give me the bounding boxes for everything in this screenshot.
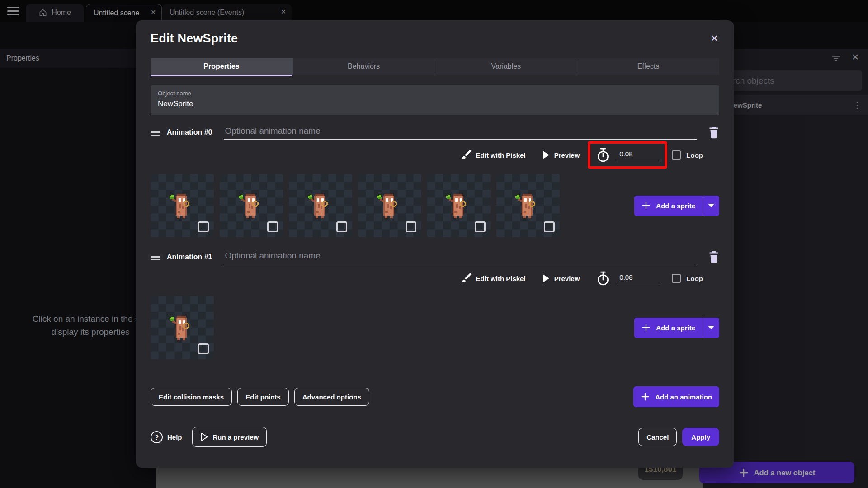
animation-title: Animation #0: [167, 128, 212, 136]
dialog-tab-bar: Properties Behaviors Variables Effects: [151, 58, 719, 75]
edit-with-piskel-button[interactable]: Edit with Piskel: [476, 275, 526, 282]
sprite-thumbnail: [235, 192, 264, 219]
tab-variables[interactable]: Variables: [435, 58, 577, 75]
object-name-label: Object name: [158, 90, 712, 97]
frame-select-checkbox[interactable]: [267, 221, 278, 232]
animation-section-0: Animation #0 Edit with Piskel Preview: [151, 124, 719, 237]
play-icon: [542, 150, 550, 160]
chevron-down-icon: [708, 326, 714, 329]
frame-select-checkbox[interactable]: [198, 221, 209, 232]
time-between-frames-input[interactable]: [618, 273, 659, 283]
animation-name-field: [224, 126, 697, 140]
dialog-title: Edit NewSprite: [151, 20, 719, 46]
time-between-frames-highlight: [588, 141, 667, 169]
stopwatch-icon: [596, 147, 610, 163]
frame-select-checkbox[interactable]: [475, 221, 486, 232]
sprite-frame-tile[interactable]: [151, 174, 214, 237]
sprite-frame-tile[interactable]: [289, 174, 352, 237]
add-sprite-menu-button[interactable]: [703, 326, 719, 329]
plus-icon: [642, 201, 651, 210]
sprite-thumbnail: [166, 192, 195, 219]
time-between-frames-input[interactable]: [618, 150, 659, 160]
apply-button[interactable]: Apply: [682, 428, 719, 446]
animation-section-1: Animation #1 Edit with Piskel Preview: [151, 249, 719, 359]
edit-object-dialog: Edit NewSprite ✕ Properties Behaviors Va…: [136, 20, 734, 468]
sprite-frame-tile[interactable]: [496, 174, 560, 237]
drag-handle-icon[interactable]: [151, 130, 160, 136]
tab-behaviors[interactable]: Behaviors: [292, 58, 435, 75]
frame-select-checkbox[interactable]: [544, 221, 555, 232]
tab-effects[interactable]: Effects: [577, 58, 719, 75]
sprite-frame-tile[interactable]: [427, 174, 491, 237]
plus-icon: [641, 392, 650, 401]
frame-select-checkbox[interactable]: [198, 343, 209, 354]
animation-name-input[interactable]: [224, 251, 697, 264]
preview-button[interactable]: Preview: [554, 151, 580, 159]
animation-name-field: [224, 251, 697, 264]
brush-icon: [461, 150, 472, 160]
frame-select-checkbox[interactable]: [406, 221, 416, 232]
loop-checkbox[interactable]: [672, 274, 681, 283]
edit-points-button[interactable]: Edit points: [237, 388, 289, 406]
brush-icon: [461, 273, 472, 284]
advanced-options-button[interactable]: Advanced options: [294, 388, 369, 406]
tab-properties[interactable]: Properties: [151, 58, 292, 75]
help-icon[interactable]: ?: [151, 431, 163, 443]
object-name-field[interactable]: Object name NewSprite: [151, 85, 719, 115]
frame-select-checkbox[interactable]: [336, 221, 347, 232]
object-name-value: NewSprite: [158, 99, 712, 108]
sprite-thumbnail: [373, 192, 402, 219]
drag-handle-icon[interactable]: [151, 254, 160, 260]
delete-animation-icon[interactable]: [708, 251, 719, 263]
loop-label: Loop: [686, 151, 703, 159]
animation-name-input[interactable]: [224, 126, 697, 139]
gdevelop-app: Home Untitled scene ✕ Untitled scene (Ev…: [0, 0, 868, 488]
stopwatch-icon: [596, 271, 610, 286]
close-dialog-icon[interactable]: ✕: [710, 33, 718, 44]
loop-checkbox[interactable]: [672, 150, 681, 160]
sprite-thumbnail: [512, 192, 541, 219]
run-a-preview-button[interactable]: Run a preview: [192, 427, 267, 447]
sprite-thumbnail: [304, 192, 333, 219]
add-a-sprite-button[interactable]: Add a sprite: [634, 318, 719, 338]
add-sprite-menu-button[interactable]: [703, 204, 719, 207]
add-an-animation-button[interactable]: Add an animation: [633, 386, 719, 407]
delete-animation-icon[interactable]: [708, 126, 719, 139]
plus-icon: [642, 323, 651, 332]
edit-collision-masks-button[interactable]: Edit collision masks: [151, 388, 232, 406]
play-outline-icon: [200, 432, 208, 441]
animation-title: Animation #1: [167, 253, 212, 261]
sprite-thumbnail: [166, 314, 195, 341]
edit-with-piskel-button[interactable]: Edit with Piskel: [476, 151, 526, 159]
frames-list: [151, 174, 560, 237]
sprite-frame-tile[interactable]: [358, 174, 421, 237]
frames-list: [151, 296, 214, 359]
add-a-sprite-button[interactable]: Add a sprite: [634, 196, 719, 216]
time-between-frames-group: [588, 264, 667, 292]
sprite-thumbnail: [443, 192, 472, 219]
loop-label: Loop: [686, 275, 703, 282]
sprite-frame-tile[interactable]: [151, 296, 214, 359]
chevron-down-icon: [708, 204, 714, 207]
help-button[interactable]: Help: [167, 433, 182, 441]
preview-button[interactable]: Preview: [554, 275, 580, 282]
cancel-button[interactable]: Cancel: [638, 428, 677, 446]
play-icon: [542, 274, 550, 283]
sprite-frame-tile[interactable]: [220, 174, 283, 237]
